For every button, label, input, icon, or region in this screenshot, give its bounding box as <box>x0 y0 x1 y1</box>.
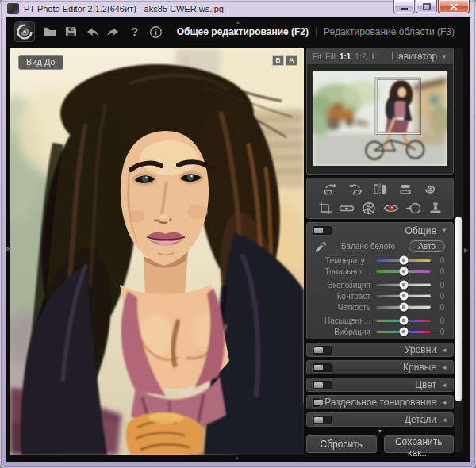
after-button[interactable]: A <box>286 55 298 66</box>
maximize-button[interactable] <box>416 0 437 13</box>
mode-tabs: Общее редактирование (F2) Редактирование… <box>170 18 462 45</box>
zoom-out-button[interactable]: − <box>380 52 386 60</box>
before-button[interactable]: B <box>272 55 284 66</box>
temperature-handle[interactable] <box>399 256 408 265</box>
general-collapse-icon[interactable]: ▼ <box>441 227 447 234</box>
color-enable-toggle[interactable] <box>313 381 332 389</box>
vibrance-handle[interactable] <box>399 328 408 336</box>
tint-handle[interactable] <box>399 267 408 276</box>
app-body: ? ▲ Общее редактирование (F2) Редактиров… <box>6 17 470 462</box>
navigator-collapse-icon[interactable]: ▼ <box>441 53 447 60</box>
details-expand-icon[interactable]: ◄ <box>441 416 447 424</box>
tab-area-editing[interactable]: Редактирование области (F3) <box>317 26 462 37</box>
titlebar[interactable]: PT Photo Editor 2.1.2(646ит) - aks85 CWE… <box>0 0 476 17</box>
color-panel[interactable]: Цвет ◄ <box>306 378 454 392</box>
tab-general-editing[interactable]: Общее редактирование (F2) <box>170 26 316 37</box>
navigator-header: Fit Fill 1:1 1:2 + − Навигатор ▼ <box>307 48 453 64</box>
undo-button[interactable] <box>85 24 99 40</box>
minimize-button[interactable] <box>393 0 415 13</box>
curves-expand-icon[interactable]: ◄ <box>441 364 447 371</box>
toggle-knob <box>314 228 323 233</box>
exposure-label: Экспозиция <box>310 281 370 290</box>
details-enable-toggle[interactable] <box>313 416 332 424</box>
general-panel-title: Общие <box>405 225 436 236</box>
curves-enable-toggle[interactable] <box>313 363 332 372</box>
photo-canvas[interactable]: Вид До B A <box>10 48 304 455</box>
split-toning-expand-icon[interactable]: ◄ <box>441 399 447 406</box>
red-eye-icon <box>382 201 400 216</box>
clarity-slider[interactable] <box>376 305 431 309</box>
close-button[interactable] <box>438 0 470 13</box>
color-expand-icon[interactable]: ◄ <box>441 382 447 389</box>
tint-slider[interactable] <box>376 270 431 273</box>
contrast-handle[interactable] <box>399 292 408 301</box>
tools-row-2 <box>307 199 453 217</box>
right-panel-scrollbar[interactable] <box>455 48 463 453</box>
general-panel-header[interactable]: Общие ▼ <box>307 223 453 238</box>
levels-enable-toggle[interactable] <box>313 346 332 355</box>
temperature-slider[interactable] <box>376 259 431 262</box>
redo-button[interactable] <box>106 24 121 40</box>
deskew-button[interactable] <box>420 180 440 198</box>
vignette-button[interactable] <box>403 199 424 217</box>
toggle-knob <box>314 382 323 388</box>
open-file-button[interactable] <box>43 24 57 40</box>
zoom-1-2-button[interactable]: 1:2 <box>355 52 366 61</box>
crop-button[interactable] <box>314 199 335 217</box>
white-balance-auto-button[interactable]: Авто <box>409 240 445 252</box>
scrollbar-thumb[interactable] <box>455 217 462 401</box>
reset-button[interactable]: Сбросить <box>306 435 377 453</box>
toolbar-collapse-arrow-icon[interactable]: ▲ <box>236 19 241 25</box>
info-icon <box>149 25 163 39</box>
save-button[interactable] <box>64 24 78 40</box>
aperture-icon <box>360 201 378 216</box>
zoom-fill-button[interactable]: Fill <box>325 52 336 61</box>
save-as-button[interactable]: Сохранить как... <box>384 435 455 453</box>
maximize-icon <box>423 3 431 10</box>
minimize-icon <box>401 3 409 10</box>
zoom-fit-button[interactable]: Fit <box>313 52 321 61</box>
denoise-button[interactable] <box>359 199 379 217</box>
saturation-slider[interactable] <box>376 319 431 322</box>
split-toning-enable-toggle[interactable] <box>313 398 320 407</box>
split-toning-panel[interactable]: Раздельное тонирование ◄ <box>306 395 454 409</box>
general-enable-toggle[interactable] <box>313 226 332 235</box>
about-button[interactable] <box>149 24 163 40</box>
clarity-handle[interactable] <box>399 303 408 312</box>
left-panel-expand-icon[interactable]: ▶ <box>6 245 11 252</box>
zoom-1-1-button[interactable]: 1:1 <box>340 52 351 61</box>
levels-panel[interactable]: Уровни ◄ <box>306 343 454 357</box>
right-panel: Fit Fill 1:1 1:2 + − Навигатор ▼ <box>306 48 454 453</box>
general-panel: Общие ▼ Баланс белого Авто Температу... … <box>306 222 454 339</box>
exposure-handle[interactable] <box>399 281 408 290</box>
saturation-handle[interactable] <box>399 316 408 325</box>
red-eye-button[interactable] <box>381 199 401 217</box>
bottom-panel-expand-icon[interactable]: ▲ <box>234 455 240 460</box>
navigator-thumbnail[interactable] <box>313 71 447 166</box>
photo-image[interactable] <box>10 48 304 455</box>
rotate-left-button[interactable] <box>320 180 340 198</box>
help-button[interactable]: ? <box>128 24 141 40</box>
curves-panel[interactable]: Кривые ◄ <box>306 360 454 374</box>
straighten-level-icon <box>338 201 355 216</box>
clone-stamp-button[interactable] <box>425 199 446 217</box>
exposure-slider[interactable] <box>376 283 431 286</box>
straighten-button[interactable] <box>336 199 357 217</box>
vibrance-slider[interactable] <box>376 330 431 333</box>
navigator-viewport[interactable] <box>376 79 420 133</box>
rotate-right-button[interactable] <box>345 180 366 198</box>
flip-vertical-icon <box>397 182 414 196</box>
crop-icon <box>317 201 333 216</box>
zoom-in-button[interactable]: + <box>370 52 376 60</box>
app-logo[interactable] <box>14 21 35 42</box>
flip-vertical-button[interactable] <box>395 180 416 198</box>
levels-expand-icon[interactable]: ◄ <box>441 347 447 354</box>
details-panel[interactable]: Детали ◄ <box>306 412 454 427</box>
right-panel-collapse-icon[interactable]: ▶ <box>464 247 469 254</box>
eyedropper-icon[interactable] <box>313 240 328 253</box>
navigator-body <box>307 64 453 174</box>
more-panels-arrow-icon[interactable]: ▼ <box>306 428 454 435</box>
contrast-slider[interactable] <box>376 294 431 297</box>
flip-horizontal-button[interactable] <box>370 180 390 198</box>
app-icon <box>7 3 19 14</box>
